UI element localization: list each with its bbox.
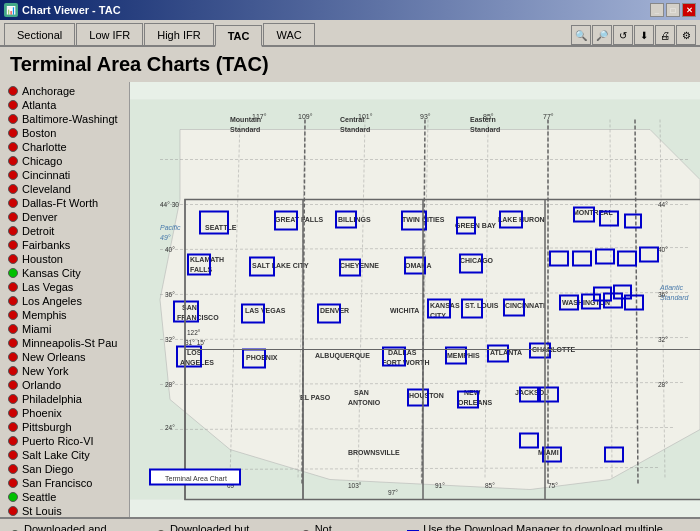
city-name: Miami bbox=[22, 323, 51, 335]
sidebar-item-salt-lake-city[interactable]: Salt Lake City bbox=[0, 448, 129, 462]
zoom-in-button[interactable]: 🔍 bbox=[571, 25, 591, 45]
sidebar-item-detroit[interactable]: Detroit bbox=[0, 224, 129, 238]
sidebar-item-charlotte[interactable]: Charlotte bbox=[0, 140, 129, 154]
svg-text:Standard: Standard bbox=[470, 126, 500, 133]
status-dot bbox=[8, 422, 18, 432]
sidebar-item-chicago[interactable]: Chicago bbox=[0, 154, 129, 168]
svg-text:36°: 36° bbox=[658, 291, 668, 298]
tab-low-ifr[interactable]: Low IFR bbox=[76, 23, 143, 45]
maximize-button[interactable]: □ bbox=[666, 3, 680, 17]
svg-text:SEATTLE: SEATTLE bbox=[205, 224, 237, 231]
tab-wac[interactable]: WAC bbox=[263, 23, 314, 45]
sidebar-item-new-york[interactable]: New York bbox=[0, 364, 129, 378]
status-dot bbox=[8, 184, 18, 194]
sidebar-item-anchorage[interactable]: Anchorage bbox=[0, 84, 129, 98]
sidebar-item-baltimore-washingt[interactable]: Baltimore-Washingt bbox=[0, 112, 129, 126]
sidebar-item-fairbanks[interactable]: Fairbanks bbox=[0, 238, 129, 252]
sidebar-item-cincinnati[interactable]: Cincinnati bbox=[0, 168, 129, 182]
status-dot bbox=[8, 380, 18, 390]
svg-text:31° 15': 31° 15' bbox=[185, 339, 205, 346]
tab-bar: Sectional Low IFR High IFR TAC WAC 🔍 🔎 ↺… bbox=[0, 20, 700, 47]
sidebar-item-memphis[interactable]: Memphis bbox=[0, 308, 129, 322]
tab-sectional[interactable]: Sectional bbox=[4, 23, 75, 45]
svg-text:SAN: SAN bbox=[354, 389, 369, 396]
city-name: New Orleans bbox=[22, 351, 86, 363]
status-dot bbox=[8, 254, 18, 264]
svg-text:ANTONIO: ANTONIO bbox=[348, 399, 381, 406]
sidebar-item-san-diego[interactable]: San Diego bbox=[0, 462, 129, 476]
svg-text:109°: 109° bbox=[298, 113, 313, 120]
sidebar-item-st-louis[interactable]: St Louis bbox=[0, 504, 129, 517]
status-dot bbox=[8, 464, 18, 474]
city-list: AnchorageAtlantaBaltimore-WashingtBoston… bbox=[0, 82, 130, 517]
status-dot bbox=[8, 310, 18, 320]
sidebar-item-atlanta[interactable]: Atlanta bbox=[0, 98, 129, 112]
legend-tac: Use the Download Manager to download mul… bbox=[407, 523, 690, 531]
status-dot bbox=[8, 268, 18, 278]
tac-box-label: Use the Download Manager to download mul… bbox=[423, 523, 690, 531]
close-button[interactable]: ✕ bbox=[682, 3, 696, 17]
download-button[interactable]: ⬇ bbox=[634, 25, 654, 45]
sidebar-item-philadelphia[interactable]: Philadelphia bbox=[0, 392, 129, 406]
sidebar-item-houston[interactable]: Houston bbox=[0, 252, 129, 266]
sidebar-item-miami[interactable]: Miami bbox=[0, 322, 129, 336]
city-name: Cleveland bbox=[22, 183, 71, 195]
svg-text:WICHITA: WICHITA bbox=[390, 307, 419, 314]
status-dot bbox=[8, 408, 18, 418]
svg-text:103°: 103° bbox=[348, 482, 362, 489]
sidebar-item-las-vegas[interactable]: Las Vegas bbox=[0, 280, 129, 294]
svg-text:85°: 85° bbox=[483, 113, 494, 120]
print-button[interactable]: 🖨 bbox=[655, 25, 675, 45]
sidebar-item-phoenix[interactable]: Phoenix bbox=[0, 406, 129, 420]
toolbar-buttons: 🔍 🔎 ↺ ⬇ 🖨 ⚙ bbox=[571, 25, 696, 45]
svg-text:SALT LAKE CITY: SALT LAKE CITY bbox=[252, 262, 309, 269]
svg-text:MEMPHIS: MEMPHIS bbox=[447, 352, 480, 359]
svg-text:CHICAGO: CHICAGO bbox=[460, 257, 494, 264]
svg-text:Standard: Standard bbox=[340, 126, 370, 133]
city-name: St Louis bbox=[22, 505, 62, 517]
svg-text:DENVER: DENVER bbox=[320, 307, 349, 314]
zoom-out-button[interactable]: 🔎 bbox=[592, 25, 612, 45]
city-name: Dallas-Ft Worth bbox=[22, 197, 98, 209]
status-dot bbox=[8, 282, 18, 292]
svg-text:OMAHA: OMAHA bbox=[405, 262, 431, 269]
svg-text:KANSAS: KANSAS bbox=[430, 302, 460, 309]
city-name: Orlando bbox=[22, 379, 61, 391]
city-name: Anchorage bbox=[22, 85, 75, 97]
city-name: Kansas City bbox=[22, 267, 81, 279]
sidebar-item-orlando[interactable]: Orlando bbox=[0, 378, 129, 392]
sidebar-item-puerto-rico-vi[interactable]: Puerto Rico-VI bbox=[0, 434, 129, 448]
status-dot bbox=[8, 128, 18, 138]
status-dot bbox=[8, 226, 18, 236]
svg-text:BILLINGS: BILLINGS bbox=[338, 216, 371, 223]
tab-high-ifr[interactable]: High IFR bbox=[144, 23, 213, 45]
status-dot bbox=[8, 352, 18, 362]
sidebar-item-denver[interactable]: Denver bbox=[0, 210, 129, 224]
sidebar-item-new-orleans[interactable]: New Orleans bbox=[0, 350, 129, 364]
svg-text:GREAT FALLS: GREAT FALLS bbox=[275, 216, 323, 223]
svg-text:97°: 97° bbox=[388, 489, 398, 496]
refresh-button[interactable]: ↺ bbox=[613, 25, 633, 45]
svg-text:40°: 40° bbox=[658, 246, 668, 253]
sidebar-item-san-francisco[interactable]: San Francisco bbox=[0, 476, 129, 490]
minimize-button[interactable]: _ bbox=[650, 3, 664, 17]
city-name: Philadelphia bbox=[22, 393, 82, 405]
not-downloaded-label: Not downloaded bbox=[315, 523, 392, 531]
page-title: Terminal Area Charts (TAC) bbox=[0, 47, 700, 82]
city-name: Cincinnati bbox=[22, 169, 70, 181]
sidebar-item-seattle[interactable]: Seattle bbox=[0, 490, 129, 504]
sidebar-item-cleveland[interactable]: Cleveland bbox=[0, 182, 129, 196]
sidebar-item-pittsburgh[interactable]: Pittsburgh bbox=[0, 420, 129, 434]
settings-button[interactable]: ⚙ bbox=[676, 25, 696, 45]
status-dot bbox=[8, 156, 18, 166]
sidebar-item-kansas-city[interactable]: Kansas City bbox=[0, 266, 129, 280]
sidebar-item-minneapolis-st-pau[interactable]: Minneapolis-St Pau bbox=[0, 336, 129, 350]
sidebar-item-boston[interactable]: Boston bbox=[0, 126, 129, 140]
sidebar-item-los-angeles[interactable]: Los Angeles bbox=[0, 294, 129, 308]
status-dot bbox=[8, 170, 18, 180]
city-name: Boston bbox=[22, 127, 56, 139]
svg-text:75°: 75° bbox=[548, 482, 558, 489]
sidebar-item-dallas-ft-worth[interactable]: Dallas-Ft Worth bbox=[0, 196, 129, 210]
title-bar: 📊 Chart Viewer - TAC _ □ ✕ bbox=[0, 0, 700, 20]
tab-tac[interactable]: TAC bbox=[215, 25, 263, 47]
